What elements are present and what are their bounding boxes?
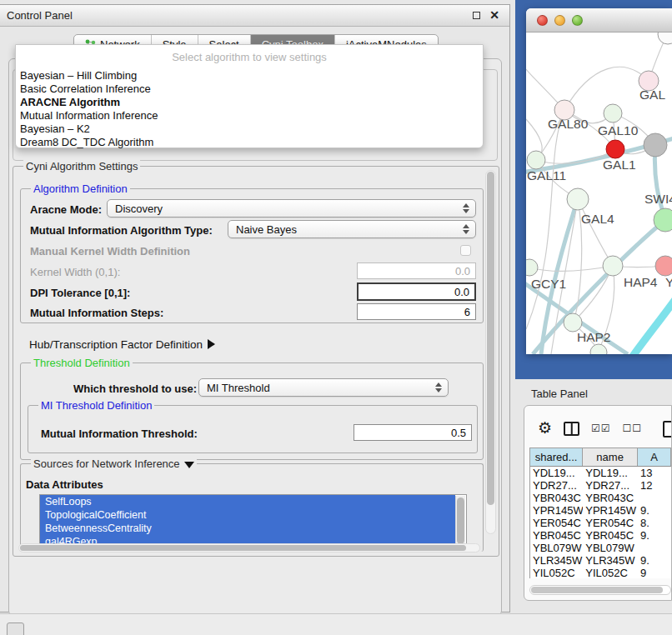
aracne-mode-combobox[interactable]: Discovery — [107, 199, 476, 218]
select-all-columns-icon[interactable]: ☑☑ — [591, 422, 611, 434]
mi-algorithm-type-combobox[interactable]: Naive Bayes — [228, 220, 476, 238]
node-gal10[interactable] — [604, 104, 622, 122]
scrollbar-thumb[interactable] — [531, 587, 663, 593]
node-table: shared... name A YDL19...YDL19...13 YDR2… — [529, 448, 671, 578]
kernel-width-label: Kernel Width (0,1): — [30, 266, 120, 278]
sources-legend[interactable]: Sources for Network Inference — [31, 458, 197, 470]
popup-item-bayesian-k2[interactable]: Bayesian – K2 — [16, 122, 483, 136]
node-partial-top[interactable] — [658, 32, 672, 44]
combo-stepper-icon — [463, 224, 469, 234]
column-header-name[interactable]: name — [583, 448, 638, 466]
network-view-window[interactable]: GAL GAL80 GAL10 GAL1 GAL11 SWI4 GAL4 GCY… — [526, 8, 672, 354]
table-row[interactable]: YER054CYER054C8. — [530, 517, 671, 529]
popup-item-mutual-information[interactable]: Mutual Information Inference — [16, 109, 483, 122]
popup-item-aracne[interactable]: ARACNE Algorithm — [16, 96, 483, 109]
table-panel: ⚙ ☑☑ ☐☐ shared... name A YDL19...YDL19..… — [524, 405, 672, 601]
columns-icon[interactable] — [564, 422, 579, 436]
cyni-settings-legend: Cyni Algorithm Settings — [23, 160, 140, 172]
export-table-icon[interactable] — [663, 421, 672, 438]
threshold-definition-group: Threshold Definition Which threshold to … — [20, 362, 484, 460]
table-horizontal-scrollbar[interactable] — [529, 585, 671, 595]
network-window-titlebar[interactable] — [526, 8, 672, 32]
table-row[interactable]: YBL079WYBL079W — [530, 542, 671, 554]
node-hap4[interactable] — [603, 256, 623, 276]
dpi-tolerance-field[interactable]: 0.0 — [357, 282, 476, 301]
label-gal4: GAL4 — [581, 212, 614, 226]
popup-item-dream8[interactable]: Dream8 DC_TDC Algorithm — [16, 136, 483, 149]
network-graph: GAL GAL80 GAL10 GAL1 GAL11 SWI4 GAL4 GCY… — [526, 32, 672, 354]
column-header-partial[interactable]: A — [638, 448, 671, 466]
list-item-topologicalcoefficient[interactable]: TopologicalCoefficient — [40, 508, 455, 522]
zoom-window-icon[interactable] — [572, 15, 583, 26]
algorithm-definition-legend: Algorithm Definition — [31, 182, 130, 195]
table-row[interactable]: YDR27...YDR27...12 — [530, 479, 671, 492]
list-item-selfloops[interactable]: SelfLoops — [40, 495, 455, 508]
label-hap2: HAP2 — [577, 330, 611, 344]
table-row[interactable]: YBR045CYBR045C9. — [530, 529, 671, 542]
hub-tf-definition-toggle[interactable]: Hub/Transcription Factor Definition — [29, 338, 215, 351]
settings-vertical-scrollbar[interactable] — [485, 170, 496, 534]
hub-tf-definition-label: Hub/Transcription Factor Definition — [29, 338, 203, 351]
node-salmon[interactable] — [655, 256, 672, 276]
mi-steps-field[interactable]: 6 — [357, 303, 476, 320]
node-gcy1[interactable] — [526, 259, 538, 276]
which-threshold-label: Which threshold to use: — [73, 382, 197, 395]
label-gal10: GAL10 — [598, 123, 639, 138]
popup-item-bayesian-hill-climbing[interactable]: Bayesian – Hill Climbing — [16, 69, 483, 82]
node-gal1[interactable] — [606, 140, 624, 158]
table-row[interactable]: YPR145WYPR145W9. — [530, 504, 671, 517]
mi-steps-label: Mutual Information Steps: — [30, 307, 163, 319]
gear-icon[interactable]: ⚙ — [538, 421, 552, 436]
control-panel-title: Control Panel — [7, 9, 73, 22]
table-row[interactable]: YLR345WYLR345W9. — [530, 554, 671, 567]
scrollbar-thumb[interactable] — [20, 545, 466, 551]
manual-kernel-width-label: Manual Kernel Width Definition — [30, 245, 190, 258]
settings-horizontal-scrollbar[interactable] — [18, 543, 480, 552]
label-gal-cut: GAL — [639, 88, 665, 102]
close-window-icon[interactable] — [537, 15, 548, 26]
table-row[interactable]: YDL19...YDL19...13 — [530, 467, 671, 479]
kernel-width-field[interactable]: 0.0 — [357, 262, 476, 279]
data-attributes-label: Data Attributes — [26, 478, 103, 491]
mi-threshold-field[interactable]: 0.5 — [354, 424, 472, 441]
mi-algorithm-type-value: Naive Bayes — [236, 223, 297, 236]
list-item-betweennesscentrality[interactable]: BetweennessCentrality — [40, 522, 455, 535]
control-panel-titlebar: Control Panel ✕ — [0, 5, 509, 27]
manual-kernel-width-checkbox[interactable] — [460, 245, 471, 256]
aracne-mode-label: Aracne Mode: — [30, 203, 102, 216]
node-gal11[interactable] — [527, 151, 545, 169]
node-gal4[interactable] — [567, 188, 589, 210]
edge-cyan — [629, 296, 672, 354]
label-swi4: SWI4 — [644, 192, 672, 206]
node-hap2[interactable] — [564, 313, 582, 332]
node-gray[interactable] — [644, 133, 667, 157]
which-threshold-combobox[interactable]: MI Threshold — [198, 378, 449, 397]
expanded-arrow-icon — [184, 462, 194, 468]
node-partial-bottom[interactable] — [590, 344, 607, 354]
deselect-all-columns-icon[interactable]: ☐☐ — [623, 422, 643, 434]
label-gal1: GAL1 — [603, 158, 636, 172]
panel-grip-button[interactable] — [7, 622, 24, 635]
popup-item-basic-correlation[interactable]: Basic Correlation Inference — [16, 82, 483, 96]
table-row[interactable]: YBR043CYBR043C — [530, 492, 671, 504]
bottom-strip — [0, 614, 672, 635]
table-header-row: shared... name A — [530, 448, 671, 467]
float-window-button[interactable] — [469, 9, 483, 22]
mi-threshold-definition-legend: MI Threshold Definition — [38, 399, 154, 412]
network-desktop: GAL GAL80 GAL10 GAL1 GAL11 SWI4 GAL4 GCY… — [515, 0, 672, 379]
table-row[interactable]: YIL052CYIL052C9 — [530, 567, 671, 578]
mi-threshold-definition-group: MI Threshold Definition Mutual Informati… — [28, 405, 478, 453]
combo-stepper-icon — [435, 382, 442, 392]
algorithm-select-popup: Select algorithm to view settings Bayesi… — [15, 44, 484, 148]
table-panel-title: Table Panel — [531, 388, 588, 400]
aracne-mode-value: Discovery — [115, 202, 163, 215]
scrollbar-thumb[interactable] — [487, 172, 494, 505]
minimize-window-icon[interactable] — [554, 15, 565, 26]
cyni-algorithm-settings-group: Cyni Algorithm Settings Algorithm Defini… — [13, 166, 499, 557]
column-header-shared-name[interactable]: shared... — [530, 448, 583, 466]
dpi-tolerance-label: DPI Tolerance [0,1]: — [30, 287, 130, 299]
threshold-definition-legend: Threshold Definition — [31, 357, 133, 369]
network-canvas[interactable]: GAL GAL80 GAL10 GAL1 GAL11 SWI4 GAL4 GCY… — [526, 32, 672, 354]
scrollbar-thumb[interactable] — [457, 498, 464, 544]
close-panel-button[interactable]: ✕ — [488, 9, 501, 22]
